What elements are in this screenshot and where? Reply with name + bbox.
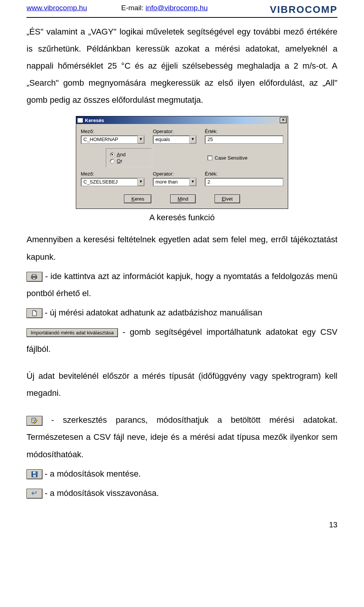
mind-button[interactable]: Mind	[170, 194, 195, 203]
header-links: www.vibrocomp.hu E-mail: info@vibrocomp.…	[27, 4, 208, 12]
label-ertek-1: Érték:	[205, 129, 283, 134]
combo-mezo-1-value: C_HOMERNAP	[81, 136, 137, 143]
input-ertek-2[interactable]: 2	[205, 178, 283, 186]
svg-rect-2	[33, 278, 36, 279]
chevron-down-icon[interactable]: ▼	[189, 178, 196, 186]
site-link[interactable]: www.vibrocomp.hu	[27, 4, 87, 12]
save-icon[interactable]	[27, 469, 42, 479]
radio-and[interactable]	[110, 152, 115, 157]
paragraph-1: „ÉS" valamint a „VAGY" logikai műveletek…	[27, 23, 337, 108]
window-icon	[77, 118, 83, 123]
undo-icon[interactable]	[27, 489, 42, 499]
label-ertek-2: Érték:	[205, 171, 283, 177]
chevron-down-icon[interactable]: ▼	[137, 178, 144, 186]
paragraph-3: - ide kattintva azt az információt kapju…	[27, 268, 337, 302]
logo-text: VIBROCOMP	[270, 4, 337, 16]
label-mezo-2: Mező:	[81, 171, 144, 177]
label-operator-1: Operator:	[153, 129, 196, 134]
paragraph-4-text: - új mérési adatokat adhatunk az adatbáz…	[42, 308, 262, 317]
paragraph-7-text: - szerkesztés parancs, módosíthatjuk a b…	[27, 415, 337, 459]
radio-or-label: Or	[117, 158, 122, 164]
combo-mezo-2[interactable]: C_SZELSEBEJ ▼	[81, 178, 144, 186]
svg-rect-10	[35, 472, 36, 473]
radio-or[interactable]	[110, 159, 115, 163]
edit-icon[interactable]	[27, 416, 42, 426]
paragraph-3-text: - ide kattintva azt az információt kapju…	[27, 271, 337, 298]
paragraph-2: Amennyiben a keresési feltételnek egyetl…	[27, 231, 337, 265]
paragraph-8: - a módosítások mentése.	[27, 465, 337, 482]
paragraph-7: - szerkesztés parancs, módosíthatjuk a b…	[27, 411, 337, 463]
checkbox-case-label: Case Sensitive	[215, 155, 248, 161]
print-icon[interactable]	[27, 272, 42, 282]
label-mezo-1: Mező:	[81, 129, 144, 134]
dialog-title: Keresés	[85, 118, 104, 123]
paragraph-6: Új adat bevitelénél először a mérés típu…	[27, 367, 337, 402]
combo-operator-2[interactable]: more than ▼	[153, 178, 196, 186]
close-icon[interactable]: ×	[280, 117, 287, 123]
chevron-down-icon[interactable]: ▼	[189, 136, 196, 143]
figure-caption: A keresés funkció	[27, 213, 337, 223]
chevron-down-icon[interactable]: ▼	[137, 136, 144, 143]
email-label: E-mail:	[121, 4, 145, 12]
label-operator-2: Operator:	[153, 171, 196, 177]
combo-operator-1-value: equals	[153, 136, 189, 143]
radio-group-logic: And Or	[106, 148, 151, 167]
search-dialog: Keresés × Mező: C_HOMERNAP ▼ Operator:	[76, 116, 288, 209]
email-link[interactable]: info@vibrocomp.hu	[146, 4, 208, 12]
svg-rect-9	[33, 475, 36, 477]
paragraph-8-text: - a módosítások mentése.	[42, 469, 141, 478]
new-icon[interactable]	[27, 308, 42, 318]
elvet-button[interactable]: Elvet	[215, 194, 240, 203]
checkbox-case-sensitive[interactable]	[207, 155, 212, 160]
combo-operator-1[interactable]: equals ▼	[153, 135, 196, 144]
combo-operator-2-value: more than	[153, 178, 189, 186]
combo-mezo-2-value: C_SZELSEBEJ	[81, 178, 137, 186]
paragraph-4: - új mérési adatokat adhatunk az adatbáz…	[27, 304, 337, 321]
import-button[interactable]: Importálandó mérés adat kiválasztása	[27, 328, 118, 337]
dialog-titlebar: Keresés ×	[76, 116, 288, 124]
input-ertek-1[interactable]: 25	[205, 135, 283, 144]
keres-button[interactable]: Keres	[124, 194, 151, 203]
page-number: 13	[27, 521, 337, 529]
paragraph-9: - a módosítások visszavonása.	[27, 485, 337, 502]
paragraph-9-text: - a módosítások visszavonása.	[42, 488, 159, 498]
page-header: www.vibrocomp.hu E-mail: info@vibrocomp.…	[27, 4, 337, 16]
paragraph-5: Importálandó mérés adat kiválasztása - g…	[27, 323, 337, 358]
radio-and-label: And	[117, 152, 126, 157]
combo-mezo-1[interactable]: C_HOMERNAP ▼	[81, 135, 144, 144]
logo-block: VIBROCOMP	[270, 4, 337, 16]
header-rule	[27, 17, 337, 18]
